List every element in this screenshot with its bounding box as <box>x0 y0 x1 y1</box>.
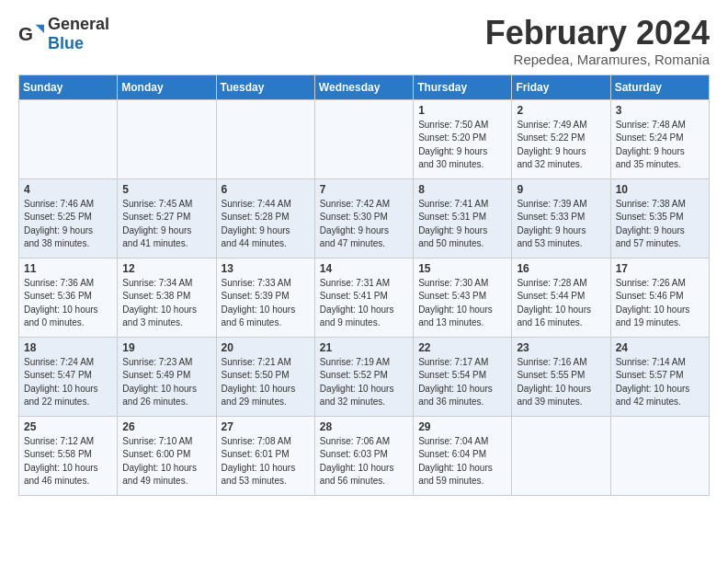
day-info: Sunrise: 7:14 AM Sunset: 5:57 PM Dayligh… <box>616 356 704 409</box>
day-info: Sunrise: 7:19 AM Sunset: 5:52 PM Dayligh… <box>320 356 408 409</box>
calendar-cell <box>19 99 118 178</box>
calendar-cell: 4Sunrise: 7:46 AM Sunset: 5:25 PM Daylig… <box>19 178 118 258</box>
calendar-cell: 7Sunrise: 7:42 AM Sunset: 5:30 PM Daylig… <box>314 178 413 258</box>
day-number: 5 <box>122 183 210 196</box>
week-row-5: 25Sunrise: 7:12 AM Sunset: 5:58 PM Dayli… <box>19 416 710 495</box>
week-row-4: 18Sunrise: 7:24 AM Sunset: 5:47 PM Dayli… <box>19 337 710 416</box>
calendar-cell <box>512 416 610 495</box>
calendar-cell <box>314 99 413 178</box>
day-info: Sunrise: 7:12 AM Sunset: 5:58 PM Dayligh… <box>24 435 112 488</box>
week-row-3: 11Sunrise: 7:36 AM Sunset: 5:36 PM Dayli… <box>19 258 710 337</box>
week-row-1: 1Sunrise: 7:50 AM Sunset: 5:20 PM Daylig… <box>19 99 710 178</box>
day-number: 25 <box>24 420 112 433</box>
calendar-cell: 21Sunrise: 7:19 AM Sunset: 5:52 PM Dayli… <box>314 337 413 416</box>
month-title: February 2024 <box>485 15 710 52</box>
calendar-cell: 10Sunrise: 7:38 AM Sunset: 5:35 PM Dayli… <box>610 178 709 258</box>
day-info: Sunrise: 7:26 AM Sunset: 5:46 PM Dayligh… <box>616 277 704 330</box>
day-number: 28 <box>320 420 408 433</box>
location-title: Repedea, Maramures, Romania <box>485 52 710 67</box>
day-number: 14 <box>320 262 408 275</box>
day-info: Sunrise: 7:30 AM Sunset: 5:43 PM Dayligh… <box>418 277 506 330</box>
logo-general-text: General <box>48 15 109 33</box>
day-number: 1 <box>418 104 506 117</box>
day-info: Sunrise: 7:31 AM Sunset: 5:41 PM Dayligh… <box>320 277 408 330</box>
day-number: 10 <box>616 183 704 196</box>
calendar-cell: 9Sunrise: 7:39 AM Sunset: 5:33 PM Daylig… <box>512 178 610 258</box>
day-number: 9 <box>517 183 605 196</box>
calendar-cell: 2Sunrise: 7:49 AM Sunset: 5:22 PM Daylig… <box>512 99 610 178</box>
day-number: 6 <box>222 183 310 196</box>
day-info: Sunrise: 7:36 AM Sunset: 5:36 PM Dayligh… <box>24 277 112 330</box>
calendar-header: SundayMondayTuesdayWednesdayThursdayFrid… <box>19 75 710 99</box>
day-info: Sunrise: 7:24 AM Sunset: 5:47 PM Dayligh… <box>24 356 112 409</box>
day-info: Sunrise: 7:10 AM Sunset: 6:00 PM Dayligh… <box>122 435 210 488</box>
day-number: 24 <box>616 341 704 354</box>
day-number: 22 <box>418 341 506 354</box>
calendar-cell: 11Sunrise: 7:36 AM Sunset: 5:36 PM Dayli… <box>19 258 118 337</box>
day-number: 11 <box>24 262 112 275</box>
calendar-body: 1Sunrise: 7:50 AM Sunset: 5:20 PM Daylig… <box>19 99 710 495</box>
calendar-cell: 17Sunrise: 7:26 AM Sunset: 5:46 PM Dayli… <box>610 258 709 337</box>
day-number: 7 <box>320 183 408 196</box>
day-info: Sunrise: 7:34 AM Sunset: 5:38 PM Dayligh… <box>122 277 210 330</box>
calendar-cell: 28Sunrise: 7:06 AM Sunset: 6:03 PM Dayli… <box>314 416 413 495</box>
weekday-header-sunday: Sunday <box>19 75 118 99</box>
calendar-cell <box>118 99 216 178</box>
day-number: 13 <box>222 262 310 275</box>
calendar-cell: 20Sunrise: 7:21 AM Sunset: 5:50 PM Dayli… <box>216 337 314 416</box>
calendar-cell: 1Sunrise: 7:50 AM Sunset: 5:20 PM Daylig… <box>414 99 512 178</box>
calendar-cell: 14Sunrise: 7:31 AM Sunset: 5:41 PM Dayli… <box>314 258 413 337</box>
page-header: G General Blue February 2024 Repedea, Ma… <box>18 15 710 67</box>
day-info: Sunrise: 7:28 AM Sunset: 5:44 PM Dayligh… <box>517 277 605 330</box>
day-number: 2 <box>517 104 605 117</box>
logo-icon: G <box>18 21 44 47</box>
day-info: Sunrise: 7:33 AM Sunset: 5:39 PM Dayligh… <box>222 277 310 330</box>
day-info: Sunrise: 7:23 AM Sunset: 5:49 PM Dayligh… <box>122 356 210 409</box>
calendar-cell: 29Sunrise: 7:04 AM Sunset: 6:04 PM Dayli… <box>414 416 512 495</box>
day-info: Sunrise: 7:44 AM Sunset: 5:28 PM Dayligh… <box>222 198 310 251</box>
day-number: 12 <box>122 262 210 275</box>
day-number: 20 <box>222 341 310 354</box>
day-number: 17 <box>616 262 704 275</box>
day-number: 21 <box>320 341 408 354</box>
day-number: 23 <box>517 341 605 354</box>
day-info: Sunrise: 7:49 AM Sunset: 5:22 PM Dayligh… <box>517 119 605 172</box>
day-info: Sunrise: 7:08 AM Sunset: 6:01 PM Dayligh… <box>222 435 310 488</box>
day-info: Sunrise: 7:17 AM Sunset: 5:54 PM Dayligh… <box>418 356 506 409</box>
logo-blue-text: Blue <box>48 34 84 52</box>
day-info: Sunrise: 7:45 AM Sunset: 5:27 PM Dayligh… <box>122 198 210 251</box>
weekday-header-saturday: Saturday <box>610 75 709 99</box>
weekday-header-wednesday: Wednesday <box>314 75 413 99</box>
calendar-cell: 15Sunrise: 7:30 AM Sunset: 5:43 PM Dayli… <box>414 258 512 337</box>
day-number: 26 <box>122 420 210 433</box>
day-number: 3 <box>616 104 704 117</box>
weekday-header-row: SundayMondayTuesdayWednesdayThursdayFrid… <box>19 75 710 99</box>
day-number: 15 <box>418 262 506 275</box>
day-info: Sunrise: 7:39 AM Sunset: 5:33 PM Dayligh… <box>517 198 605 251</box>
day-number: 19 <box>122 341 210 354</box>
day-info: Sunrise: 7:50 AM Sunset: 5:20 PM Dayligh… <box>418 119 506 172</box>
day-number: 16 <box>517 262 605 275</box>
calendar-cell: 25Sunrise: 7:12 AM Sunset: 5:58 PM Dayli… <box>19 416 118 495</box>
calendar-cell: 3Sunrise: 7:48 AM Sunset: 5:24 PM Daylig… <box>610 99 709 178</box>
weekday-header-thursday: Thursday <box>414 75 512 99</box>
calendar-cell: 27Sunrise: 7:08 AM Sunset: 6:01 PM Dayli… <box>216 416 314 495</box>
day-number: 4 <box>24 183 112 196</box>
calendar-cell: 19Sunrise: 7:23 AM Sunset: 5:49 PM Dayli… <box>118 337 216 416</box>
svg-marker-1 <box>36 25 44 33</box>
day-info: Sunrise: 7:38 AM Sunset: 5:35 PM Dayligh… <box>616 198 704 251</box>
calendar-cell: 16Sunrise: 7:28 AM Sunset: 5:44 PM Dayli… <box>512 258 610 337</box>
weekday-header-tuesday: Tuesday <box>216 75 314 99</box>
calendar-cell: 8Sunrise: 7:41 AM Sunset: 5:31 PM Daylig… <box>414 178 512 258</box>
day-info: Sunrise: 7:04 AM Sunset: 6:04 PM Dayligh… <box>418 435 506 488</box>
calendar-cell: 18Sunrise: 7:24 AM Sunset: 5:47 PM Dayli… <box>19 337 118 416</box>
calendar-cell <box>216 99 314 178</box>
day-info: Sunrise: 7:42 AM Sunset: 5:30 PM Dayligh… <box>320 198 408 251</box>
calendar-cell: 23Sunrise: 7:16 AM Sunset: 5:55 PM Dayli… <box>512 337 610 416</box>
day-info: Sunrise: 7:21 AM Sunset: 5:50 PM Dayligh… <box>222 356 310 409</box>
week-row-2: 4Sunrise: 7:46 AM Sunset: 5:25 PM Daylig… <box>19 178 710 258</box>
day-number: 8 <box>418 183 506 196</box>
day-info: Sunrise: 7:46 AM Sunset: 5:25 PM Dayligh… <box>24 198 112 251</box>
calendar-cell: 6Sunrise: 7:44 AM Sunset: 5:28 PM Daylig… <box>216 178 314 258</box>
calendar-cell: 13Sunrise: 7:33 AM Sunset: 5:39 PM Dayli… <box>216 258 314 337</box>
